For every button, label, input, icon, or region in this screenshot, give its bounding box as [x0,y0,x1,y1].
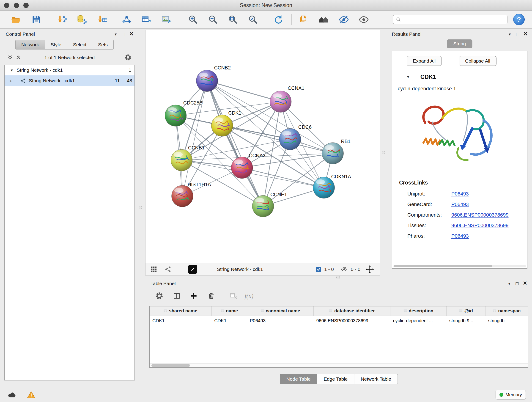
panel-float-icon[interactable]: □ [516,32,519,37]
table-cell[interactable]: stringdb [486,316,528,326]
network-canvas[interactable]: CCNB2CCNA1CDC25BCDK1CDC6RB1CCNB1CCNA2CDK… [146,30,380,263]
show-columns-button[interactable] [172,291,182,301]
grid-view-button[interactable] [151,266,157,273]
import-network-file-button[interactable] [56,13,69,26]
scrollbar-thumb[interactable] [394,265,492,267]
network-edge[interactable] [207,81,280,102]
create-column-button[interactable] [189,291,199,301]
network-options-button[interactable] [124,54,132,61]
column-header-@id[interactable]: @id [447,306,486,316]
tab-select[interactable]: Select [67,40,92,50]
cloud-sync-button[interactable] [6,390,19,400]
network-node-CCNA2[interactable] [231,157,253,179]
tab-sets[interactable]: Sets [92,40,114,50]
panel-menu-icon[interactable]: ▼ [508,32,512,36]
zoom-in-button[interactable] [186,13,199,26]
hidden-items-indicator[interactable] [341,266,347,273]
table-cell[interactable]: stringdb:9... [447,316,486,326]
panel-close-icon[interactable]: × [129,31,133,37]
crosslink-link[interactable]: 9606.ENSP00000378699 [451,212,509,218]
export-table-button[interactable] [139,13,153,26]
delete-column-button[interactable] [206,291,216,301]
tab-network[interactable]: Network [15,40,45,50]
network-node-CDC25B[interactable] [165,105,186,126]
zoom-out-button[interactable] [206,13,219,26]
expand-all-button[interactable]: Expand All [407,56,442,66]
network-view[interactable]: CCNB2CCNA1CDC25BCDK1CDC6RB1CCNB1CCNA2CDK… [145,30,380,263]
tab-node-table[interactable]: Node Table [280,374,317,384]
network-row[interactable]: ● String Network - cdk1 11 48 [5,75,134,86]
vertical-splitter-handle[interactable] [139,206,142,209]
expander-icon[interactable]: ▼ [10,68,13,72]
arrow-up-right-button[interactable] [188,265,197,274]
network-node-CDC6[interactable] [279,128,301,150]
import-network-database-button[interactable] [75,13,88,26]
table-cell[interactable]: CDK1 [211,316,247,326]
zoom-fit-button[interactable] [226,13,239,26]
network-node-HIST1H1A[interactable] [172,185,193,207]
column-header-name[interactable]: name [211,306,247,316]
table-cell[interactable]: P06493 [247,316,313,326]
search-input[interactable] [403,17,505,22]
apply-layout-button[interactable] [272,13,285,26]
network-edge[interactable] [182,81,207,196]
column-header-shared-name[interactable]: shared name [150,306,211,316]
panel-close-icon[interactable]: × [523,280,527,287]
tab-string[interactable]: String [447,39,472,48]
network-edge[interactable] [207,81,263,206]
import-table-file-button[interactable] [96,13,109,26]
selected-items-indicator[interactable] [316,266,322,273]
panel-float-icon[interactable]: □ [122,32,125,37]
network-edge[interactable] [242,168,324,188]
table-horizontal-scrollbar[interactable] [150,363,528,367]
panel-float-icon[interactable]: □ [515,281,519,286]
network-node-CCNA1[interactable] [270,91,291,112]
network-node-CDK1[interactable] [211,115,233,136]
network-edges[interactable] [176,81,333,206]
function-builder-button[interactable]: f(x) [241,291,257,301]
column-header-namespac[interactable]: namespac [486,306,528,316]
tab-edge-table[interactable]: Edge Table [317,374,355,384]
crosslink-link[interactable]: 9606.ENSP00000378699 [451,223,509,229]
table-cell[interactable]: 9606.ENSP00000378699 [313,316,390,326]
show-graphics-details-button[interactable] [357,13,370,26]
horizontal-splitter-handle[interactable] [336,276,340,279]
copy-document-button[interactable] [297,13,310,26]
collapse-section-icon[interactable]: ▼ [406,75,410,79]
crosslink-link[interactable]: P06493 [451,201,469,207]
help-button[interactable]: ? [513,14,525,25]
hide-selected-button[interactable] [337,13,350,26]
table-cell[interactable]: CDK1 [150,316,211,326]
table-row[interactable]: CDK1CDK1P064939606.ENSP00000378699cyclin… [150,316,528,326]
warnings-button[interactable] [26,390,37,400]
memory-button[interactable]: Memory [496,390,526,400]
network-node-CCNB2[interactable] [196,70,218,92]
zoom-selected-button[interactable] [246,13,259,26]
minimize-window-button[interactable] [14,3,19,8]
table-options-button[interactable] [154,291,164,301]
crosslink-link[interactable]: P06493 [451,233,469,239]
results-horizontal-scrollbar[interactable] [393,265,526,267]
share-view-button[interactable] [165,266,171,273]
network-node-RB1[interactable] [322,143,343,164]
network-collection-row[interactable]: ▼ String Network - cdk1 1 [5,65,134,75]
panel-menu-icon[interactable]: ▼ [508,282,511,285]
column-header-database-identifier[interactable]: database identifier [313,306,390,316]
vertical-splitter-handle[interactable] [382,151,385,154]
column-header-description[interactable]: description [390,306,447,316]
tab-network-table[interactable]: Network Table [354,374,398,384]
search-box[interactable] [393,15,507,24]
collapse-all-button[interactable]: Collapse All [459,56,496,66]
open-session-button[interactable] [9,13,22,26]
center-view-button[interactable] [365,265,374,274]
scrollbar-thumb[interactable] [152,364,190,367]
export-network-button[interactable] [120,13,133,26]
save-session-button[interactable] [30,13,43,26]
tab-style[interactable]: Style [45,40,67,50]
protein-header[interactable]: ▼ CDK1 [393,71,526,83]
crosslink-link[interactable]: P06493 [451,191,469,197]
network-node-CDKN1A[interactable] [313,177,335,198]
close-window-button[interactable] [4,3,9,8]
delete-table-button[interactable] [228,291,238,301]
panel-menu-icon[interactable]: ▼ [114,32,118,36]
